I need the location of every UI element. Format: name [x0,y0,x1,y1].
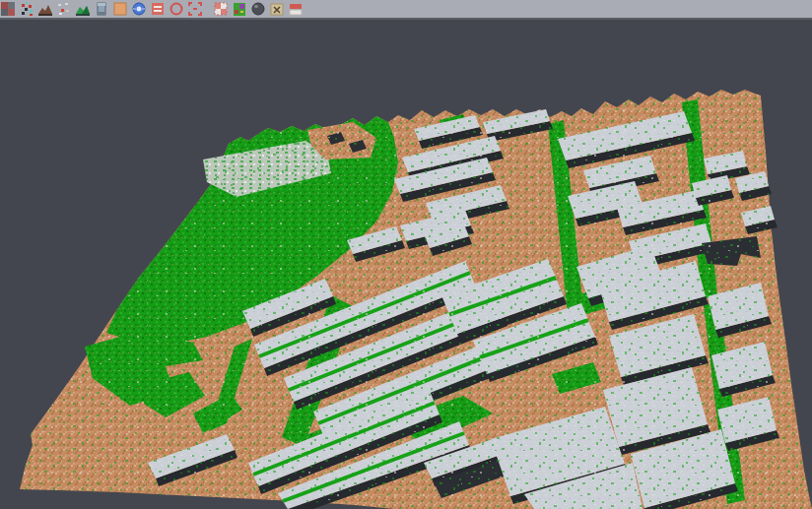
classified-raster-button[interactable] [231,0,249,18]
section-lines-button[interactable] [149,0,168,18]
ground-square-icon [113,2,128,17]
sphere-button[interactable] [249,0,268,18]
terrain-mound-button[interactable] [36,0,55,18]
globe-icon [132,2,147,17]
classify-blocks-button[interactable] [0,0,18,18]
classified-raster-icon [233,2,247,17]
stacked-bars-icon [289,2,304,17]
crop-brackets-button[interactable] [186,0,205,18]
scatter-points-button[interactable] [18,0,36,18]
stacked-bars-button[interactable] [287,0,305,18]
vegetation-mound-icon [76,2,91,17]
section-lines-icon [151,2,166,17]
circle-select-button[interactable] [168,0,186,18]
circle-select-icon [169,2,184,17]
app-window [0,0,812,509]
scatter-points-icon [20,2,34,17]
khaki-clear-button[interactable] [268,0,287,18]
vegetation-mound-button[interactable] [74,0,93,18]
classify-blocks-icon [1,2,16,17]
point-cloud-viewport[interactable] [0,0,812,509]
building-column-button[interactable] [93,0,111,18]
globe-button[interactable] [130,0,149,18]
sphere-icon [251,2,266,17]
building-column-icon [95,2,109,17]
sparse-points-icon [57,2,72,17]
khaki-clear-icon [270,2,285,17]
checker-select-button[interactable] [212,0,231,18]
crop-brackets-icon [188,2,203,17]
main-toolbar [0,0,812,20]
ground-square-button[interactable] [111,0,130,18]
checker-select-icon [214,2,229,17]
sparse-points-button[interactable] [55,0,74,18]
terrain-mound-icon [38,2,53,17]
